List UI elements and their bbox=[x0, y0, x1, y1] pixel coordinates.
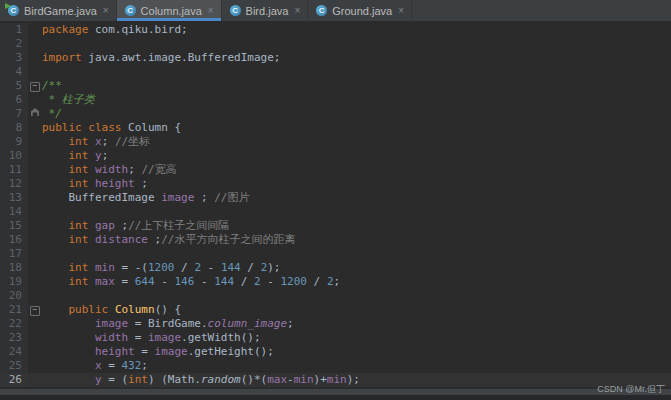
fold-collapse-icon[interactable]: − bbox=[30, 306, 40, 316]
gutter-fold-column bbox=[28, 37, 42, 51]
code-line[interactable]: 17 bbox=[0, 247, 671, 261]
code-line[interactable]: 2 bbox=[0, 37, 671, 51]
run-arrow-icon bbox=[5, 3, 11, 9]
line-number: 12 bbox=[0, 177, 28, 191]
code-line[interactable]: 11 int width; //宽高 bbox=[0, 163, 671, 177]
code-text: x = 432; bbox=[42, 359, 671, 373]
tab-label: Column.java bbox=[141, 5, 202, 17]
tab-label: BirdGame.java bbox=[24, 5, 97, 17]
code-text: int x; //坐标 bbox=[42, 135, 671, 149]
code-line[interactable]: 21− public Column() { bbox=[0, 303, 671, 317]
code-text bbox=[42, 247, 671, 261]
tab-birdgame-java[interactable]: CBirdGame.java× bbox=[0, 0, 117, 21]
line-number: 20 bbox=[0, 289, 28, 303]
close-tab-icon[interactable]: × bbox=[398, 6, 404, 16]
tab-column-java[interactable]: CColumn.java× bbox=[117, 0, 222, 21]
line-number: 4 bbox=[0, 65, 28, 79]
line-number: 14 bbox=[0, 205, 28, 219]
tab-label: Bird.java bbox=[246, 5, 289, 17]
code-text: int max = 644 - 146 - 144 / 2 - 1200 / 2… bbox=[42, 275, 671, 289]
tab-bird-java[interactable]: CBird.java× bbox=[222, 0, 309, 21]
code-line[interactable]: 4 bbox=[0, 65, 671, 79]
code-editor[interactable]: 1package com.qiku.bird;23import java.awt… bbox=[0, 21, 671, 400]
code-line[interactable]: 15 int gap ;//上下柱子之间间隔 bbox=[0, 219, 671, 233]
fold-collapse-icon[interactable]: − bbox=[30, 82, 40, 92]
line-number: 6 bbox=[0, 93, 28, 107]
gutter-fold-column bbox=[28, 331, 42, 345]
code-line[interactable]: 14 bbox=[0, 205, 671, 219]
editor-tab-bar: CBirdGame.java×CColumn.java×CBird.java×C… bbox=[0, 0, 671, 21]
line-number: 21 bbox=[0, 303, 28, 317]
line-number: 1 bbox=[0, 23, 28, 37]
line-number: 24 bbox=[0, 345, 28, 359]
gutter-fold-column bbox=[28, 135, 42, 149]
line-number: 7 bbox=[0, 107, 28, 121]
code-text: public class Column { bbox=[42, 121, 671, 135]
code-line[interactable]: 9 int x; //坐标 bbox=[0, 135, 671, 149]
tab-label: Ground.java bbox=[332, 5, 392, 17]
code-line[interactable]: 25 x = 432; bbox=[0, 359, 671, 373]
code-line[interactable]: 12 int height ; bbox=[0, 177, 671, 191]
bottom-strip bbox=[0, 387, 671, 400]
close-tab-icon[interactable]: × bbox=[103, 6, 109, 16]
gutter-fold-column bbox=[28, 121, 42, 135]
gutter-fold-column: − bbox=[28, 303, 42, 317]
code-text: y = (int) (Math.random()*(max-min)+min); bbox=[42, 373, 671, 387]
gutter-fold-column bbox=[28, 177, 42, 191]
code-line[interactable]: 20 bbox=[0, 289, 671, 303]
line-number: 13 bbox=[0, 191, 28, 205]
gutter-fold-column bbox=[28, 163, 42, 177]
line-number: 19 bbox=[0, 275, 28, 289]
code-line[interactable]: 22 image = BirdGame.column_image; bbox=[0, 317, 671, 331]
line-number: 10 bbox=[0, 149, 28, 163]
code-line[interactable]: 6 * 柱子类 bbox=[0, 93, 671, 107]
line-number: 3 bbox=[0, 51, 28, 65]
code-line[interactable]: 19 int max = 644 - 146 - 144 / 2 - 1200 … bbox=[0, 275, 671, 289]
gutter-fold-column bbox=[28, 317, 42, 331]
code-line[interactable]: 7 */ bbox=[0, 107, 671, 121]
gutter-fold-column bbox=[28, 247, 42, 261]
code-line[interactable]: 13 BufferedImage image ; //图片 bbox=[0, 191, 671, 205]
code-line[interactable]: 24 height = image.getHeight(); bbox=[0, 345, 671, 359]
line-number: 17 bbox=[0, 247, 28, 261]
code-line[interactable]: 1package com.qiku.bird; bbox=[0, 23, 671, 37]
code-text bbox=[42, 65, 671, 79]
fold-end-icon[interactable] bbox=[31, 108, 39, 116]
line-number: 11 bbox=[0, 163, 28, 177]
gutter-fold-column bbox=[28, 233, 42, 247]
line-number: 22 bbox=[0, 317, 28, 331]
code-line[interactable]: 23 width = image.getWidth(); bbox=[0, 331, 671, 345]
code-text: public Column() { bbox=[42, 303, 671, 317]
code-text: import java.awt.image.BufferedImage; bbox=[42, 51, 671, 65]
line-number: 2 bbox=[0, 37, 28, 51]
code-text bbox=[42, 289, 671, 303]
close-tab-icon[interactable]: × bbox=[208, 6, 214, 16]
code-line[interactable]: 26 y = (int) (Math.random()*(max-min)+mi… bbox=[0, 373, 671, 387]
tab-ground-java[interactable]: CGround.java× bbox=[308, 0, 412, 21]
code-text: width = image.getWidth(); bbox=[42, 331, 671, 345]
gutter-fold-column bbox=[28, 359, 42, 373]
code-line[interactable]: 16 int distance ;//水平方向柱子之间的距离 bbox=[0, 233, 671, 247]
code-text: height = image.getHeight(); bbox=[42, 345, 671, 359]
gutter-fold-column bbox=[28, 23, 42, 37]
code-line[interactable]: 8public class Column { bbox=[0, 121, 671, 135]
gutter-fold-column bbox=[28, 261, 42, 275]
code-text: int gap ;//上下柱子之间间隔 bbox=[42, 219, 671, 233]
code-line[interactable]: 10 int y; bbox=[0, 149, 671, 163]
class-icon: C bbox=[316, 5, 327, 16]
code-text: /** bbox=[42, 79, 671, 93]
code-text: */ bbox=[42, 107, 671, 121]
line-number: 18 bbox=[0, 261, 28, 275]
code-text: int distance ;//水平方向柱子之间的距离 bbox=[42, 233, 671, 247]
gutter-fold-column bbox=[28, 107, 42, 121]
class-icon: C bbox=[125, 5, 136, 16]
gutter-fold-column bbox=[28, 345, 42, 359]
code-line[interactable]: 5−/** bbox=[0, 79, 671, 93]
close-tab-icon[interactable]: × bbox=[294, 6, 300, 16]
gutter-fold-column bbox=[28, 219, 42, 233]
code-rows: 1package com.qiku.bird;23import java.awt… bbox=[0, 23, 671, 387]
gutter-fold-column bbox=[28, 65, 42, 79]
code-line[interactable]: 18 int min = -(1200 / 2 - 144 / 2); bbox=[0, 261, 671, 275]
code-line[interactable]: 3import java.awt.image.BufferedImage; bbox=[0, 51, 671, 65]
line-number: 26 bbox=[0, 373, 28, 387]
